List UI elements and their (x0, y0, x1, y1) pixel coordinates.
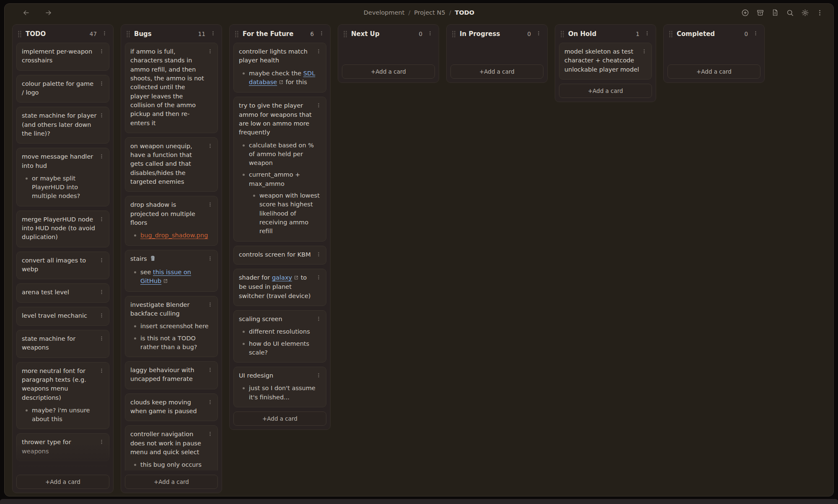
column-in-progress: In Progress0+Add a card (446, 24, 548, 83)
card[interactable]: laggy behaviour with uncapped framerate (125, 361, 218, 389)
back-button[interactable] (21, 8, 31, 18)
add-card-button[interactable]: +Add a card (667, 64, 760, 79)
add-circle-icon (741, 9, 749, 17)
card-menu-button[interactable] (98, 367, 105, 375)
add-card-button[interactable]: +Add a card (559, 84, 652, 98)
card-menu-button[interactable] (207, 399, 214, 407)
add-card-button[interactable]: +Add a card (125, 475, 218, 489)
archive-button[interactable] (755, 8, 765, 18)
card-menu-button[interactable] (98, 257, 105, 265)
column-menu-button[interactable] (644, 30, 651, 38)
card-menu-button[interactable] (98, 288, 105, 297)
card-menu-button[interactable] (207, 301, 214, 309)
card[interactable]: thrower type for weapons (16, 433, 109, 461)
card[interactable]: merge PlayerHUD node into HUD node (to a… (16, 211, 109, 247)
card[interactable]: if ammo is full, characters stands in am… (125, 43, 218, 133)
card[interactable]: scaling screendifferent resolutionshow d… (233, 310, 326, 363)
card-menu-button[interactable] (207, 142, 214, 151)
drag-handle-icon[interactable] (560, 31, 564, 38)
card-menu-button[interactable] (315, 372, 322, 380)
drag-handle-icon[interactable] (452, 31, 456, 38)
column-on-hold: On Hold1model skeleton as test character… (555, 24, 656, 102)
text-segment: move message handler into hud (22, 153, 93, 169)
add-card-button[interactable]: +Add a card (450, 64, 543, 79)
card[interactable]: move message handler into hudor maybe sp… (16, 148, 109, 206)
column-menu-button[interactable] (318, 30, 325, 38)
arrow-left-icon (22, 9, 30, 17)
card[interactable]: try to give the player ammo for weapons … (233, 97, 326, 241)
bullet-text: insert screenshot here (140, 322, 209, 331)
kebab-icon (316, 252, 321, 258)
drag-handle-icon[interactable] (669, 31, 673, 38)
kebab-icon (99, 439, 104, 446)
card-menu-button[interactable] (641, 48, 648, 56)
card[interactable]: state machine for player (and others lat… (16, 107, 109, 144)
search-button[interactable] (785, 8, 795, 18)
card-menu-button[interactable] (207, 366, 214, 375)
card[interactable]: invincibility timer for enemies (16, 465, 109, 471)
card[interactable]: more neutral font for paragraph texts (e… (16, 362, 109, 429)
drag-handle-icon[interactable] (235, 31, 239, 38)
card[interactable]: controller navigation does not work in p… (125, 425, 218, 471)
card-menu-button[interactable] (207, 255, 214, 263)
column-menu-button[interactable] (752, 30, 759, 38)
card[interactable]: arena test level (16, 283, 109, 302)
card-menu-button[interactable] (207, 201, 214, 209)
breadcrumb-item-current[interactable]: TODO (455, 9, 475, 16)
card-menu-button[interactable] (98, 48, 105, 56)
card[interactable]: model skeleton as test character + cheat… (559, 43, 652, 80)
add-card-button[interactable]: +Add a card (233, 411, 326, 426)
card[interactable]: state machine for weapons (16, 330, 109, 358)
card[interactable]: colour palette for game / logo (16, 75, 109, 103)
column-menu-button[interactable] (427, 30, 434, 38)
text-segment: colour palette for game / logo (22, 80, 93, 96)
card[interactable]: on weapon unequip, have a function that … (125, 137, 218, 192)
bullet-text: calculate based on % of ammo held per we… (249, 141, 321, 168)
card-menu-button[interactable] (315, 102, 322, 110)
card-link[interactable]: galaxy (272, 274, 292, 281)
card-menu-button[interactable] (98, 153, 105, 161)
breadcrumb-item-development[interactable]: Development (364, 9, 405, 16)
card-menu-button[interactable] (315, 274, 322, 282)
card[interactable]: investigate Blender backface cullinginse… (125, 296, 218, 357)
card-menu-button[interactable] (315, 48, 322, 56)
card[interactable]: shader for galaxy to be used in planet s… (233, 269, 326, 306)
card-menu-button[interactable] (315, 315, 322, 324)
card[interactable]: implement per-weapon crosshairs (16, 43, 109, 71)
drag-handle-icon[interactable] (18, 31, 22, 38)
add-button[interactable] (740, 8, 750, 18)
document-button[interactable] (771, 8, 780, 17)
card-menu-button[interactable] (207, 430, 214, 439)
breadcrumb-item-project[interactable]: Project N5 (414, 9, 445, 16)
card-menu-button[interactable] (98, 312, 105, 320)
column-menu-button[interactable] (535, 30, 542, 38)
card[interactable]: drop shadow is projected on multiple flo… (125, 196, 218, 245)
card-menu-button[interactable] (315, 251, 322, 259)
add-card-button[interactable]: +Add a card (16, 475, 109, 489)
card[interactable]: clouds keep moving when game is paused (125, 393, 218, 422)
card[interactable]: controller lights match player healthmay… (233, 43, 326, 93)
card-menu-button[interactable] (98, 438, 105, 447)
settings-button[interactable] (800, 8, 810, 18)
card-menu-button[interactable] (98, 335, 105, 343)
kebab-icon (99, 336, 104, 342)
card-menu-button[interactable] (98, 80, 105, 88)
bullet-dot-icon (243, 387, 245, 389)
card-link[interactable]: bug_drop_shadow.png (140, 232, 208, 239)
card-menu-button[interactable] (98, 112, 105, 120)
card-menu-button[interactable] (207, 48, 214, 56)
card[interactable]: convert all images to webp (16, 252, 109, 280)
add-card-button[interactable]: +Add a card (342, 64, 435, 79)
forward-button[interactable] (44, 8, 53, 18)
card[interactable]: UI redesignjust so I don't assume it's f… (233, 367, 326, 407)
column-menu-button[interactable] (101, 30, 108, 38)
card[interactable]: level travel mechanic (16, 307, 109, 326)
more-button[interactable] (815, 8, 824, 17)
drag-handle-icon[interactable] (343, 31, 347, 38)
card[interactable]: controls screen for KBM (233, 246, 326, 265)
column-menu-button[interactable] (210, 30, 217, 38)
card[interactable]: stairs see this issue on GitHub (125, 250, 218, 292)
card-title: on weapon unequip, have a function that … (130, 142, 212, 187)
card-menu-button[interactable] (98, 216, 105, 224)
drag-handle-icon[interactable] (126, 31, 130, 38)
